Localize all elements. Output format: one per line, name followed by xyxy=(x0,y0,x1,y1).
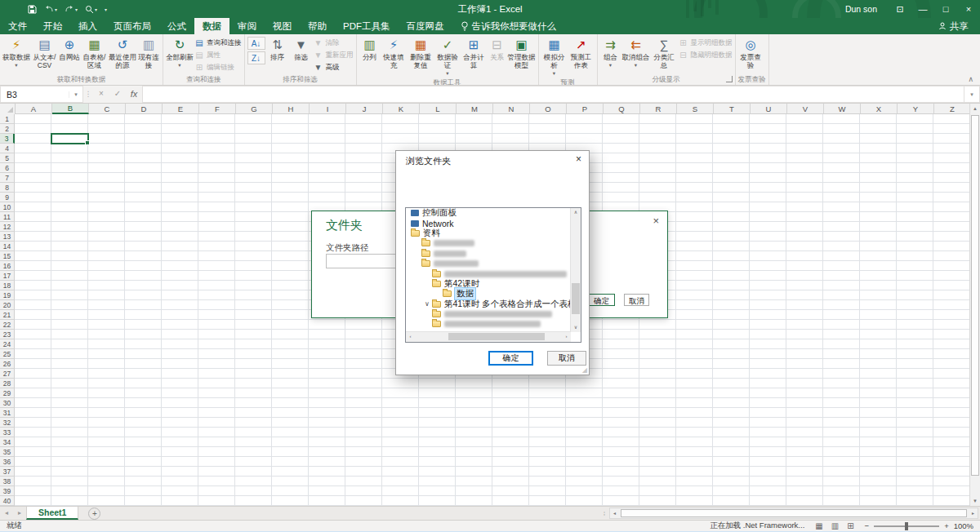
tree-scroll-left-icon[interactable]: ‹ xyxy=(406,332,415,341)
resize-grip-icon[interactable]: ◢ xyxy=(582,366,587,374)
ribbon-button-from-web[interactable]: ⊕自网站 xyxy=(59,36,80,61)
ribbon-tab-PDF工具集[interactable]: PDF工具集 xyxy=(335,18,399,34)
customize-quick-access-button[interactable]: ▾ xyxy=(105,7,107,12)
ribbon-button-data-model[interactable]: ▣管理数据模型 xyxy=(508,36,536,69)
row-header-2[interactable]: 2 xyxy=(0,124,15,134)
tree-item[interactable]: 数据 xyxy=(406,289,581,299)
scroll-right-icon[interactable]: ▸ xyxy=(969,509,978,518)
ribbon-button-edit-links[interactable]: ⊞编辑链接 xyxy=(194,61,242,73)
ribbon-tab-页面布局[interactable]: 页面布局 xyxy=(105,18,159,34)
vertical-scrollbar-thumb[interactable] xyxy=(971,115,979,476)
ribbon-button-existing-connections[interactable]: ▥现有连接 xyxy=(137,36,160,69)
row-header-29[interactable]: 29 xyxy=(0,388,15,398)
tree-horizontal-scrollbar[interactable]: ‹ › xyxy=(406,331,571,342)
row-header-1[interactable]: 1 xyxy=(0,114,15,124)
column-header-K[interactable]: K xyxy=(383,104,420,114)
page-layout-view-icon[interactable]: ▥ xyxy=(831,521,839,530)
row-header-3[interactable]: 3 xyxy=(0,134,15,144)
column-header-A[interactable]: A xyxy=(16,104,52,114)
column-header-G[interactable]: G xyxy=(236,104,273,114)
ribbon-button-group[interactable]: ⇉组合▾ xyxy=(600,36,621,69)
row-header-31[interactable]: 31 xyxy=(0,408,15,418)
sheet-prev-icon[interactable]: ◂ xyxy=(0,507,13,520)
column-header-N[interactable]: N xyxy=(493,104,530,114)
column-header-T[interactable]: T xyxy=(714,104,751,114)
ribbon-display-options-icon[interactable]: ⊡ xyxy=(889,0,911,18)
zoom-out-icon[interactable]: − xyxy=(865,521,870,530)
column-header-O[interactable]: O xyxy=(530,104,567,114)
row-header-34[interactable]: 34 xyxy=(0,437,15,447)
tree-item[interactable] xyxy=(406,259,581,268)
dropdown-icon[interactable]: ▾ xyxy=(75,7,78,12)
ribbon-button-sort-descending[interactable]: Z↓ xyxy=(247,51,265,64)
ribbon-button-reapply[interactable]: ▼重新应用 xyxy=(314,49,354,61)
tree-scroll-up-icon[interactable]: ∧ xyxy=(571,208,581,217)
row-header-21[interactable]: 21 xyxy=(0,310,15,320)
column-header-J[interactable]: J xyxy=(346,104,383,114)
tree-item[interactable] xyxy=(406,319,581,329)
column-header-P[interactable]: P xyxy=(567,104,604,114)
ribbon-button-show-detail[interactable]: ⊞显示明细数据 xyxy=(679,37,733,49)
row-header-39[interactable]: 39 xyxy=(0,486,15,496)
ribbon-tab-公式[interactable]: 公式 xyxy=(159,18,194,34)
ribbon-tab-开始[interactable]: 开始 xyxy=(35,18,70,34)
tree-scroll-right-icon[interactable]: › xyxy=(562,332,571,341)
row-header-16[interactable]: 16 xyxy=(0,261,15,271)
column-header-Y[interactable]: Y xyxy=(898,104,934,114)
row-header-15[interactable]: 15 xyxy=(0,251,15,261)
row-header-8[interactable]: 8 xyxy=(0,183,15,193)
ribbon-button-subtotal[interactable]: ∑分类汇总 xyxy=(651,36,678,69)
scroll-down-icon[interactable]: ▼ xyxy=(970,496,980,506)
row-header-7[interactable]: 7 xyxy=(0,173,15,183)
ribbon-button-flash-fill[interactable]: ⚡快速填充 xyxy=(381,36,407,69)
maximize-icon[interactable]: □ xyxy=(934,0,957,18)
ribbon-button-what-if[interactable]: ▦模拟分析▾ xyxy=(541,36,568,78)
add-sheet-button[interactable]: + xyxy=(88,508,100,520)
sheet-tab-sheet1[interactable]: Sheet1 xyxy=(26,507,78,520)
ribbon-button-hide-detail[interactable]: ⊟隐藏明细数据 xyxy=(679,49,733,61)
row-header-6[interactable]: 6 xyxy=(0,163,15,173)
close-icon[interactable]: × xyxy=(957,0,980,18)
row-header-19[interactable]: 19 xyxy=(0,290,15,300)
insert-function-icon[interactable]: fx xyxy=(126,86,142,103)
column-header-D[interactable]: D xyxy=(126,104,163,114)
row-header-18[interactable]: 18 xyxy=(0,281,15,290)
row-header-4[interactable]: 4 xyxy=(0,144,15,153)
vertical-scrollbar[interactable]: ▲ ▼ xyxy=(969,104,980,506)
browse-dialog-cancel-button[interactable]: 取消 xyxy=(547,351,586,366)
tree-item[interactable] xyxy=(406,268,581,278)
column-header-E[interactable]: E xyxy=(163,104,199,114)
close-icon[interactable]: × xyxy=(653,215,659,227)
ribbon-tab-插入[interactable]: 插入 xyxy=(70,18,105,34)
tree-expanded-icon[interactable]: ∨ xyxy=(422,300,432,308)
expand-formula-bar-icon[interactable]: ▾ xyxy=(964,86,980,103)
row-header-35[interactable]: 35 xyxy=(0,447,15,457)
row-header-30[interactable]: 30 xyxy=(0,398,15,408)
column-header-L[interactable]: L xyxy=(420,104,457,114)
minimize-icon[interactable]: — xyxy=(911,0,934,18)
column-header-Q[interactable]: Q xyxy=(604,104,640,114)
ribbon-button-consolidate[interactable]: ⊞合并计算 xyxy=(461,36,487,69)
row-header-26[interactable]: 26 xyxy=(0,359,15,369)
save-button[interactable] xyxy=(28,5,37,14)
column-header-I[interactable]: I xyxy=(310,104,346,114)
dropdown-icon[interactable]: ▾ xyxy=(95,7,97,12)
tree-item[interactable] xyxy=(406,238,581,248)
ribbon-button-filter[interactable]: ▼筛选 xyxy=(290,36,313,61)
ribbon-tab-视图[interactable]: 视图 xyxy=(265,18,300,34)
row-header-25[interactable]: 25 xyxy=(0,349,15,359)
row-header-27[interactable]: 27 xyxy=(0,369,15,379)
fill-handle[interactable] xyxy=(85,140,90,145)
ribbon-button-ungroup[interactable]: ⇇取消组合▾ xyxy=(622,36,650,69)
formula-input[interactable] xyxy=(142,86,964,103)
dialog-launcher-icon[interactable] xyxy=(726,76,733,82)
ribbon-button-forecast-sheet[interactable]: ↗预测工作表 xyxy=(568,36,595,69)
row-header-5[interactable]: 5 xyxy=(0,153,15,163)
tree-item[interactable]: 第42课时 xyxy=(406,279,581,289)
ribbon-button-from-text-csv[interactable]: ▤从文本/CSV xyxy=(31,36,58,69)
tree-vertical-thumb[interactable] xyxy=(572,283,580,314)
ribbon-button-properties[interactable]: ▤属性 xyxy=(194,49,242,61)
column-header-R[interactable]: R xyxy=(640,104,677,114)
row-header-33[interactable]: 33 xyxy=(0,428,15,437)
cancel-entry-icon[interactable]: × xyxy=(93,86,109,103)
